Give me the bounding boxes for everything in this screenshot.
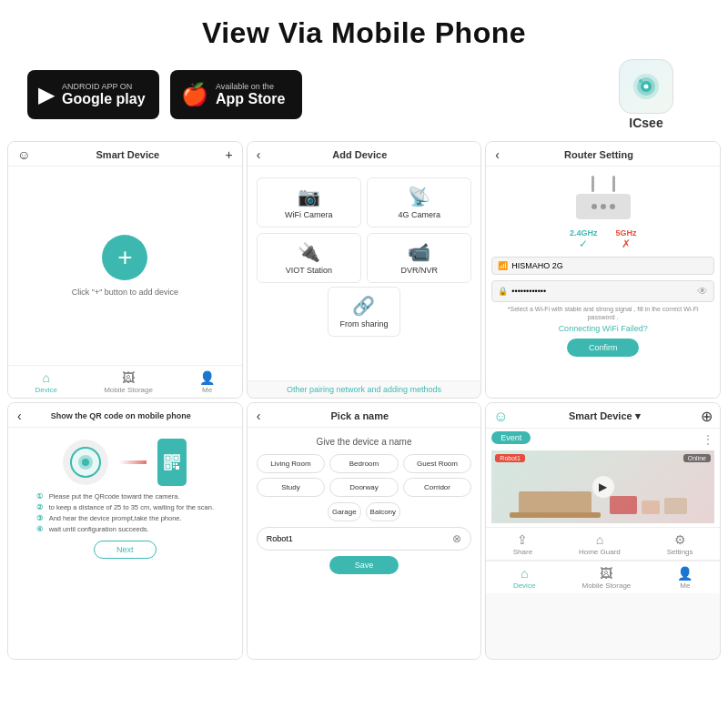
qr-note-1: ①Please put the QRcode toward the camera… (36, 491, 214, 502)
dvr-icon: 📹 (408, 241, 430, 263)
screens-grid: ☺ Smart Device + + Click "+" button to a… (0, 141, 728, 660)
icsee-label: ICsee (629, 116, 662, 130)
google-play-big: Google play (62, 91, 146, 107)
router-body (576, 194, 631, 219)
ghz-5g-check: ✗ (622, 238, 631, 250)
app-store-text: Available on the App Store (216, 82, 285, 107)
4g-camera-label: 4G Camera (398, 210, 440, 219)
router-dot-2 (601, 204, 606, 209)
more-icon[interactable]: ⋮ (702, 432, 714, 447)
clear-icon[interactable]: ⊗ (452, 532, 461, 545)
qr-note-4: ④wait until configuration succeeds. (36, 524, 214, 535)
wifi-password-value: •••••••••••• (511, 287, 546, 296)
screen5-content: Give the device a name Living Room Bedro… (248, 428, 481, 659)
wifi-camera-item[interactable]: 📷 WiFi Camera (257, 177, 361, 228)
main-me-label: Me (680, 581, 690, 590)
router-illustration (576, 176, 631, 219)
screen6-plus-icon[interactable]: ⊕ (701, 408, 713, 425)
name-subtitle: Give the device a name (316, 437, 411, 447)
nav-settings[interactable]: ⚙ Settings (667, 532, 693, 556)
camera-feed: Robot1 Online ▶ (491, 450, 714, 523)
main-nav-device[interactable]: ⌂ Device (513, 566, 535, 590)
screen1-plus-icon[interactable]: + (225, 147, 232, 162)
event-tab[interactable]: Event (491, 431, 531, 444)
other-pairing-link[interactable]: Other pairing network and adding methods (248, 380, 481, 398)
device-name-input[interactable]: Robot1 ⊗ (257, 527, 472, 551)
google-play-badge[interactable]: ▶ ANDROID APP ON Google play (27, 70, 159, 119)
wifi-camera-icon: 📷 (298, 186, 320, 207)
wifi-icon: 📶 (498, 261, 508, 270)
badges-row: ▶ ANDROID APP ON Google play 🍎 Available… (0, 59, 728, 130)
wifi-name-value: HISMAHO 2G (511, 261, 563, 270)
nav-storage[interactable]: 🖼 Mobile Storage (104, 370, 153, 394)
eye-icon[interactable]: 👁 (697, 285, 708, 298)
main-storage-label: Mobile Storage (581, 581, 631, 590)
dvr-nvr-item[interactable]: 📹 DVR/NVR (367, 233, 471, 283)
add-device-label: Click "+" button to add device (72, 288, 178, 297)
screen-add-device: ‹ Add Device 📷 WiFi Camera 📡 4G Camera 🔌… (247, 141, 482, 399)
nav-share[interactable]: ⇪ Share (513, 532, 532, 556)
screen2-title: Add Device (260, 149, 459, 160)
router-antennas (592, 176, 615, 192)
room-study[interactable]: Study (257, 478, 326, 497)
save-button[interactable]: Save (329, 556, 399, 574)
nav-me-label: Me (202, 386, 212, 394)
nav-storage-icon: 🖼 (122, 370, 135, 385)
next-button[interactable]: Next (94, 541, 157, 559)
viot-icon: 🔌 (298, 241, 320, 263)
page-header: View Via Mobile Phone (0, 0, 728, 59)
qr-note-3: ③And hear the device prompt,take the pho… (36, 513, 214, 524)
share-icon: ⇪ (517, 532, 528, 547)
google-play-icon: ▶ (38, 82, 55, 107)
ghz-5g-item: 5GHz ✗ (615, 228, 636, 250)
from-sharing-item[interactable]: 🔗 From sharing (328, 287, 400, 337)
room-garage[interactable]: Garage (328, 502, 361, 521)
room-guest-room[interactable]: Guest Room (403, 454, 472, 473)
4g-camera-item[interactable]: 📡 4G Camera (367, 177, 471, 228)
add-device-button[interactable]: + (102, 235, 147, 280)
from-sharing-icon: 🔗 (352, 295, 375, 317)
svg-rect-15 (176, 463, 177, 465)
ghz-row: 2.4GHz ✓ 5GHz ✗ (570, 228, 637, 250)
antenna-left (592, 176, 594, 192)
room-corridor[interactable]: Corridor (403, 478, 472, 497)
svg-point-3 (644, 85, 649, 89)
room-bedroom[interactable]: Bedroom (329, 454, 399, 473)
screen1-header: ☺ Smart Device + (8, 142, 242, 167)
nav-me[interactable]: 👤 Me (199, 370, 215, 394)
ghz-5g-label: 5GHz (615, 228, 636, 238)
viot-station-item[interactable]: 🔌 VIOT Station (257, 233, 361, 283)
main-me-icon: 👤 (677, 566, 693, 581)
app-store-badge[interactable]: 🍎 Available on the App Store (170, 70, 302, 119)
connect-failed-link[interactable]: Connecting WiFi Failed? (559, 324, 648, 333)
room-living-room[interactable]: Living Room (257, 454, 326, 473)
nav-device[interactable]: ⌂ Device (35, 370, 57, 394)
home-guard-label: Home Guard (579, 548, 621, 556)
room-balcony[interactable]: Balcony (366, 502, 400, 521)
screen-pick-name: ‹ Pick a name Give the device a name Liv… (247, 402, 482, 660)
app-store-small: Available on the (216, 82, 285, 91)
screen6-smile-icon: ☺ (493, 409, 508, 425)
screen-smart-device: ☺ Smart Device + + Click "+" button to a… (7, 141, 243, 399)
qr-note-2: ②to keep a distance of 25 to 35 cm, wait… (36, 502, 214, 513)
phone-qr-icon (157, 439, 187, 486)
scan-beam (119, 460, 147, 464)
qr-note-1-text: Please put the QRcode toward the camera. (49, 491, 180, 502)
main-device-icon: ⌂ (521, 566, 528, 581)
lock-icon: 🔒 (498, 287, 508, 296)
main-nav-me[interactable]: 👤 Me (677, 566, 693, 590)
wifi-camera-label: WiFi Camera (285, 210, 333, 219)
wifi-note: *Select a Wi-Fi with stable and strong s… (491, 305, 714, 321)
screen5-header: ‹ Pick a name (248, 403, 481, 428)
nav-home-guard[interactable]: ⌂ Home Guard (579, 532, 621, 556)
screen-smart-device-cam: ☺ Smart Device ▾ ⊕ Event ⋮ Robot1 Online… (485, 402, 721, 660)
svg-rect-20 (610, 496, 637, 514)
confirm-button[interactable]: Confirm (567, 339, 640, 357)
svg-rect-17 (176, 466, 179, 470)
wifi-password-row[interactable]: 🔒 •••••••••••• 👁 (491, 280, 714, 302)
qr-note-4-text: wait until configuration succeeds. (49, 524, 149, 535)
app-store-big: App Store (216, 91, 285, 107)
room-doorway[interactable]: Doorway (329, 478, 399, 497)
settings-icon: ⚙ (674, 532, 686, 547)
main-nav-storage[interactable]: 🖼 Mobile Storage (581, 566, 631, 590)
